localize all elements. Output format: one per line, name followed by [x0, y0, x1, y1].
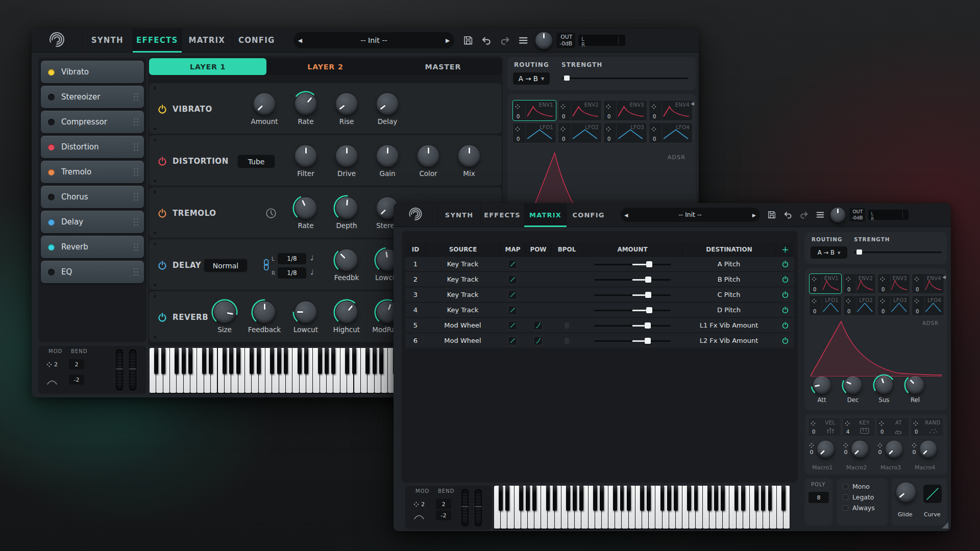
destination-select[interactable]: L1 Fx Vib Amount — [682, 318, 776, 333]
effects-list-item-reverb[interactable]: Reverb — [41, 236, 144, 258]
redo-icon[interactable] — [799, 210, 808, 219]
bend-down-value[interactable]: -2 — [69, 374, 84, 385]
drag-handle-icon[interactable] — [134, 143, 138, 151]
mod-source-env2[interactable]: 0 ENV2 — [558, 100, 602, 121]
matrix-row[interactable]: 2 Key Track B Pitch — [405, 271, 794, 287]
delay-time-l[interactable]: 1/8 — [278, 253, 306, 264]
mod-source-at[interactable]: 0 AT — [876, 417, 910, 437]
mod-wheel[interactable] — [460, 488, 470, 527]
checkbox-icon[interactable] — [843, 505, 848, 511]
mod-source-env1[interactable]: 0 ENV1 — [512, 100, 556, 121]
effect-enabled-dot[interactable] — [48, 169, 55, 176]
macro3-knob[interactable] — [886, 441, 902, 458]
black-key[interactable] — [325, 348, 329, 374]
distortion-mode-select[interactable]: Tube — [237, 155, 275, 168]
drag-handle-icon[interactable] — [134, 268, 138, 276]
drag-handle-icon[interactable] — [134, 118, 138, 126]
delay-feedbk-knob[interactable] — [336, 249, 357, 271]
bend-down-value[interactable]: -2 — [436, 510, 451, 520]
save-icon[interactable] — [767, 210, 776, 219]
preset-next-button[interactable]: ▶ — [441, 37, 454, 44]
route-power-button[interactable] — [776, 257, 794, 271]
delay-time-r[interactable]: 1/8 — [278, 267, 306, 279]
preset-name[interactable]: -- Init -- — [632, 211, 748, 218]
source-select[interactable]: Mod Wheel — [426, 318, 500, 333]
effects-list-item-delay[interactable]: Delay — [41, 211, 144, 233]
tab-matrix[interactable]: MATRIX — [182, 29, 232, 52]
layer-tab-2[interactable]: MASTER — [384, 58, 502, 75]
destination-select[interactable]: C Pitch — [682, 287, 776, 302]
mod-source-env4[interactable]: 0 ENV4 — [649, 100, 693, 121]
black-key[interactable] — [627, 486, 631, 511]
black-key[interactable] — [373, 348, 377, 374]
collapse-panel-icon[interactable]: ◀ — [691, 101, 694, 106]
layer-tab-0[interactable]: LAYER 1 — [149, 58, 266, 75]
mod-source-lfo2[interactable]: 0 LFO2 — [558, 122, 602, 143]
black-key[interactable] — [236, 348, 240, 374]
tab-config[interactable]: CONFIG — [232, 29, 282, 52]
mod-source-env2[interactable]: 0 ENV2 — [843, 273, 876, 294]
amount-slider[interactable] — [594, 338, 671, 344]
preset-name[interactable]: -- Init -- — [307, 36, 441, 44]
route-power-button[interactable] — [776, 272, 794, 287]
tab-effects[interactable]: EFFECTS — [132, 29, 182, 52]
mod-source-lfo3[interactable]: 0 LFO3 — [877, 295, 910, 316]
black-key[interactable] — [277, 348, 281, 374]
black-key[interactable] — [499, 486, 503, 511]
routing-select[interactable]: A → B▼ — [811, 246, 847, 259]
mod-source-lfo2[interactable]: 0 LFO2 — [843, 295, 876, 316]
vibrato-amount-knob[interactable] — [254, 93, 275, 115]
mod-source-lfo1[interactable]: 0 LFO1 — [809, 295, 842, 316]
black-key[interactable] — [202, 348, 206, 374]
mod-source-lfo1[interactable]: 0 LFO1 — [512, 122, 556, 143]
mod-source-key[interactable]: 4 KEY — [842, 417, 875, 437]
effect-enabled-dot[interactable] — [48, 119, 55, 126]
strength-slider[interactable] — [561, 76, 688, 81]
destination-select[interactable]: B Pitch — [682, 272, 776, 287]
black-key[interactable] — [573, 486, 577, 511]
mod-source-rand[interactable]: 0 RAND — [911, 417, 944, 437]
black-key[interactable] — [532, 486, 536, 511]
preset-prev-button[interactable]: ◀ — [293, 37, 307, 44]
amount-slider[interactable] — [594, 307, 671, 313]
black-key[interactable] — [298, 348, 302, 374]
amount-slider[interactable] — [594, 277, 671, 283]
drag-handle-icon[interactable] — [914, 276, 919, 283]
map-curve-button[interactable] — [508, 306, 517, 315]
reverb-lowcut-knob[interactable] — [295, 302, 316, 323]
black-key[interactable] — [257, 348, 261, 374]
tremolo-depth-knob[interactable] — [336, 197, 357, 219]
drag-handle-icon[interactable] — [606, 124, 611, 134]
effect-enabled-dot[interactable] — [48, 219, 55, 226]
source-select[interactable]: Key Track — [426, 257, 500, 271]
reverb-size-knob[interactable] — [214, 302, 235, 323]
black-key[interactable] — [331, 348, 335, 374]
bend-curve-icon[interactable] — [413, 513, 425, 521]
bend-up-value[interactable]: 2 — [69, 359, 84, 369]
black-key[interactable] — [754, 486, 758, 511]
black-key[interactable] — [188, 348, 192, 374]
drag-handle-icon[interactable] — [651, 102, 656, 111]
black-key[interactable] — [365, 348, 370, 374]
mod-wheel-range[interactable]: 2 — [413, 501, 425, 508]
collapse-panel-icon[interactable]: ◀ — [942, 274, 946, 280]
destination-select[interactable]: L2 Fx Vib Amount — [682, 333, 776, 348]
power-curve-button[interactable] — [533, 321, 543, 330]
black-key[interactable] — [223, 348, 227, 374]
amount-slider[interactable] — [594, 261, 671, 267]
mod-source-env4[interactable]: 0 ENV4 — [912, 273, 944, 294]
bend-curve-icon[interactable] — [46, 378, 58, 387]
black-key[interactable] — [768, 486, 772, 511]
black-key[interactable] — [546, 486, 550, 511]
menu-icon[interactable] — [518, 35, 528, 45]
save-icon[interactable] — [463, 35, 473, 45]
adsr-rel-knob[interactable] — [906, 377, 924, 394]
route-power-button[interactable] — [776, 303, 794, 317]
black-key[interactable] — [714, 486, 718, 511]
black-key[interactable] — [667, 486, 671, 511]
black-key[interactable] — [526, 486, 530, 511]
black-key[interactable] — [660, 486, 665, 511]
effects-list-item-stereoizer[interactable]: Stereoizer — [41, 86, 144, 108]
map-curve-button[interactable] — [508, 321, 517, 330]
mod-source-lfo4[interactable]: 0 LFO4 — [912, 295, 944, 316]
